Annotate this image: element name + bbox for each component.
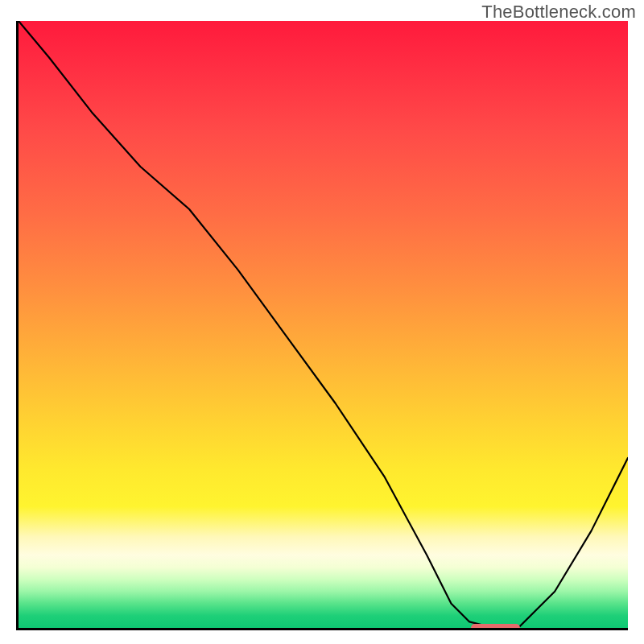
optimal-marker: [471, 624, 520, 630]
watermark-text: TheBottleneck.com: [481, 2, 636, 23]
plot-area: [16, 21, 628, 630]
curve-layer: [19, 21, 628, 628]
bottleneck-curve: [19, 21, 628, 628]
chart-canvas: TheBottleneck.com: [0, 0, 644, 644]
